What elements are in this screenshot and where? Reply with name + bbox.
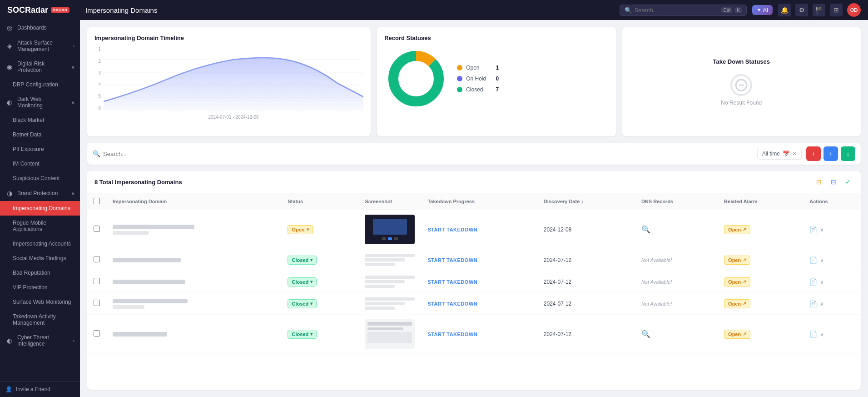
dns-not-available-4: Not Available! — [641, 301, 672, 307]
expand-icon-5[interactable]: ∨ — [820, 331, 824, 337]
expand-icon-3[interactable]: ∨ — [820, 279, 824, 285]
filter-btn-red[interactable]: + — [806, 146, 821, 161]
doc-icon-4[interactable]: 📄 — [809, 300, 817, 307]
expand-icon-2[interactable]: ∨ — [820, 257, 824, 263]
sidebar-item-botnet-data[interactable]: Botnet Data — [0, 127, 80, 142]
doc-icon-2[interactable]: 📄 — [809, 256, 817, 264]
alarm-badge-3[interactable]: Open ↗ — [724, 277, 750, 286]
takedown-statuses-card: Take Down Statuses No Result Found — [622, 27, 861, 136]
sort-icon: ↓ — [581, 199, 584, 204]
sidebar-item-social-media[interactable]: Social Media Findings — [0, 251, 80, 266]
dns-search-icon-5[interactable]: 🔍 — [641, 330, 650, 338]
expand-icon-4[interactable]: ∨ — [820, 301, 824, 307]
status-badge-open-1[interactable]: Open ▾ — [288, 225, 312, 234]
row-takedown-3: START TAKEDOWN — [421, 271, 537, 293]
filter-search-icon: 🔍 — [93, 150, 100, 157]
chart-date-range: 2024-07-01 - 2024-12-08 — [104, 115, 363, 120]
filter-btn-green[interactable]: ↓ — [841, 146, 855, 161]
takedown-link-2[interactable]: START TAKEDOWN — [427, 257, 477, 263]
alarm-badge-4[interactable]: Open ↗ — [724, 299, 750, 308]
expand-icon-1[interactable]: ∨ — [820, 226, 824, 233]
row-screenshot-2 — [358, 249, 421, 271]
sidebar-item-pii-exposure[interactable]: PII Exposure — [0, 142, 80, 156]
clear-date-icon[interactable]: ✕ — [792, 151, 797, 157]
table-icon-green[interactable]: ✓ — [843, 176, 853, 187]
sidebar-item-takedown[interactable]: Takedown Activity Management — [0, 309, 80, 330]
search-k-key: K — [735, 7, 742, 13]
status-badge-closed-5[interactable]: Closed ▾ — [288, 330, 317, 339]
search-input[interactable] — [635, 7, 719, 14]
ai-button[interactable]: ✦ AI — [752, 5, 773, 15]
sidebar-item-drp-config[interactable]: DRP Configuration — [0, 77, 80, 92]
settings-icon[interactable]: ⚙ — [795, 4, 808, 16]
row-checkbox-1[interactable] — [94, 226, 100, 232]
sidebar-item-surface-web[interactable]: Surface Web Monitoring — [0, 295, 80, 309]
sidebar-item-digital-risk[interactable]: ◉ Digital Risk Protection ∨ — [0, 56, 80, 77]
row-checkbox-2[interactable] — [94, 256, 100, 262]
filter-search-area[interactable]: 🔍 — [93, 150, 753, 157]
table-icon-blue[interactable]: ⊟ — [828, 176, 839, 187]
col-discovery-date: Discovery Date ↓ — [537, 193, 635, 210]
alarm-badge-2[interactable]: Open ↗ — [724, 256, 750, 265]
row-checkbox — [87, 249, 106, 271]
takedown-link-3[interactable]: START TAKEDOWN — [427, 279, 477, 285]
table-icon-yellow[interactable]: ⊟ — [813, 176, 824, 187]
col-checkbox — [87, 193, 106, 210]
sidebar-item-brand-protection[interactable]: ◑ Brand Protection ∨ — [0, 186, 80, 201]
alarm-badge-1[interactable]: Open ↗ — [724, 225, 750, 234]
row-checkbox-4[interactable] — [94, 300, 100, 306]
chart-y-labels: 6 5 4 3 2 1 — [94, 47, 101, 111]
sidebar-item-suspicious[interactable]: Suspicious Content — [0, 171, 80, 186]
sidebar-item-rogue-mobile[interactable]: Rogue Mobile Applications — [0, 216, 80, 236]
cyber-threat-icon: ◐ — [5, 337, 14, 344]
doc-icon-1[interactable]: 📄 — [809, 226, 817, 233]
dns-search-icon-1[interactable]: 🔍 — [641, 226, 650, 233]
sidebar-item-vip-protection[interactable]: VIP Protection — [0, 280, 80, 295]
sidebar-item-cyber-threat[interactable]: ◐ Cyber Threat Intelligence › — [0, 330, 80, 351]
sidebar-label-dashboards: Dashboards — [17, 25, 47, 31]
legend-item-open: Open 1 — [457, 65, 499, 71]
sidebar-item-dark-web[interactable]: ◐ Dark Web Monitoring ∨ — [0, 92, 80, 113]
status-arrow-3: ▾ — [310, 279, 312, 284]
takedown-link-5[interactable]: START TAKEDOWN — [427, 332, 477, 337]
sidebar-label-dark-web: Dark Web Monitoring — [17, 96, 68, 109]
sidebar-item-attack-surface[interactable]: ◈ Attack Surface Management › — [0, 35, 80, 56]
row-checkbox-3[interactable] — [94, 278, 100, 284]
row-takedown-2: START TAKEDOWN — [421, 249, 537, 271]
status-badge-closed-4[interactable]: Closed ▾ — [288, 299, 317, 308]
status-badge-closed-3[interactable]: Closed ▾ — [288, 277, 317, 286]
search-ctrl-key: Ctrl — [721, 7, 732, 13]
sidebar-item-dashboards[interactable]: ◎ Dashboards — [0, 20, 80, 35]
filter-search-input[interactable] — [103, 151, 753, 157]
sidebar-item-impersonating-domains[interactable]: Impersonating Domains — [0, 201, 80, 216]
sidebar-item-bad-reputation[interactable]: Bad Reputation — [0, 266, 80, 280]
sidebar-label-pii-exposure: PII Exposure — [13, 146, 44, 152]
sidebar-item-im-content[interactable]: IM Content — [0, 156, 80, 171]
sidebar-item-black-market[interactable]: Black Market — [0, 113, 80, 127]
alarm-badge-5[interactable]: Open ↗ — [724, 330, 750, 339]
takedown-link-4[interactable]: START TAKEDOWN — [427, 301, 477, 307]
doc-icon-5[interactable]: 📄 — [809, 331, 817, 338]
global-search-bar[interactable]: 🔍 Ctrl K — [620, 5, 747, 16]
row-date-1: 2024-12-08 — [537, 210, 635, 249]
status-badge-closed-2[interactable]: Closed ▾ — [288, 256, 317, 265]
legend-item-on-hold: On Hold 0 — [457, 75, 499, 82]
row-checkbox-5[interactable] — [94, 330, 100, 337]
date-filter[interactable]: All time 📅 ✕ — [757, 148, 802, 160]
filter-bar: 🔍 All time 📅 ✕ + + ↓ — [87, 143, 861, 165]
invite-label: Invite a Friend — [16, 386, 50, 392]
sidebar-item-impersonating-accounts[interactable]: Impersonating Accounts — [0, 236, 80, 251]
sidebar-label-drp-config: DRP Configuration — [13, 81, 58, 88]
sidebar-label-cyber-threat: Cyber Threat Intelligence — [17, 334, 69, 347]
select-all-checkbox[interactable] — [94, 198, 100, 204]
notifications-icon[interactable]: 🔔 — [778, 4, 791, 16]
takedown-link-1[interactable]: START TAKEDOWN — [427, 227, 477, 232]
table-row: Closed ▾ START TAKEDOW — [87, 293, 861, 315]
grid-icon[interactable]: ⊞ — [830, 4, 843, 16]
row-screenshot-5 — [358, 315, 421, 354]
filter-btn-blue[interactable]: + — [823, 146, 838, 161]
user-avatar[interactable]: OD — [847, 3, 861, 17]
invite-friend-button[interactable]: 👤 Invite a Friend — [5, 386, 74, 392]
flag-icon[interactable]: 🏴 — [813, 4, 825, 16]
doc-icon-3[interactable]: 📄 — [809, 278, 817, 286]
